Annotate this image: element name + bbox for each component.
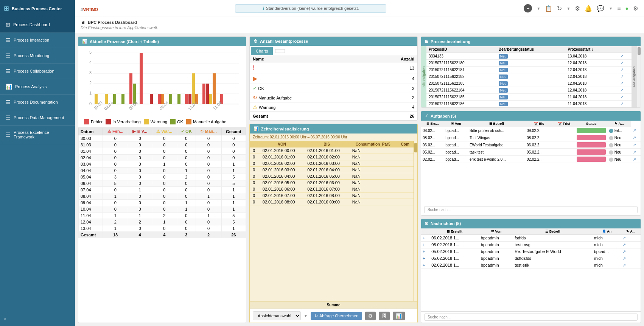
table-cell: 0 (250, 167, 260, 173)
table-cell: 1 (177, 168, 196, 174)
database-ctrl-button[interactable]: 🗄 (379, 312, 390, 320)
table-cell: 02.01.2016 03:00 (304, 160, 349, 167)
tasks-search-input[interactable] (424, 206, 638, 213)
td-action[interactable]: ↗ (618, 87, 632, 94)
td-action[interactable]: ↗ (621, 248, 641, 255)
total-scroll[interactable]: Name Anzahl ! 13 ▶ 4 (250, 55, 417, 120)
tasks-scroll[interactable]: ⊞ Ers... ✉ Von ☰ Betreff 📅 Bis 📅 Frist S… (421, 121, 641, 204)
charts-tab[interactable]: Charts (251, 47, 273, 55)
td-status: Neu (496, 87, 566, 94)
td-action[interactable]: ↗ (631, 127, 641, 134)
sidebar-item-process-collaboration[interactable]: ☰ Process Collaboration (0, 64, 75, 79)
td-action[interactable]: ↗ (618, 94, 632, 101)
messages-search-input[interactable] (424, 314, 638, 321)
td-action[interactable]: ↗ (618, 53, 632, 60)
sidebar-item-process-interaction[interactable]: ☰ Process Interaction (0, 33, 75, 48)
td-action[interactable]: ↗ (631, 149, 641, 156)
sidebar-item-process-excelence[interactable]: ☰ Process Excelence Framework (0, 126, 75, 144)
total-row: Gesamt 26 (250, 112, 417, 120)
refresh-button[interactable]: ↻ (557, 5, 562, 12)
chart-ctrl-button[interactable]: 📊 (393, 312, 405, 320)
table-row: 08.02...bpcad...Bitte prüfen ob sch...09… (421, 127, 641, 134)
table-cell: 1 (177, 200, 196, 206)
chat-button[interactable]: 💬 (597, 5, 604, 12)
table-row: 002.01.2016 08:0002.01.2016 09:00NaN (250, 199, 414, 205)
td-warning-count: 4 (366, 102, 417, 112)
table-row: +02.02.2018 1...bpcadmintest erikmich↗ (421, 262, 641, 269)
document-button[interactable]: 📋 (545, 5, 552, 12)
table-cell: 1 (152, 219, 177, 225)
table-cell: 0 (103, 200, 128, 206)
sidebar-collapse-btn[interactable]: « (0, 310, 75, 326)
legend-manuell-label: Manuelle Aufgabe (193, 120, 226, 124)
sidebar-item-process-dashboard[interactable]: ⊞ Process Dashboard (0, 17, 75, 33)
table-cell: 0 (196, 180, 221, 187)
table-row: 06.04500005 (79, 180, 246, 187)
panel-title: Nachrichten (5) (431, 221, 461, 226)
grid-icon: ⊞ (425, 39, 428, 44)
td-action[interactable]: ↗ (618, 80, 632, 87)
settings-ctrl-button[interactable]: ⚙ (365, 312, 376, 320)
td-status: Neu (496, 60, 566, 67)
sidebar-item-label: Process Collaboration (14, 69, 54, 73)
sidebar-item-process-monitoring[interactable]: ☰ Process Monitoring (0, 48, 75, 64)
chart-table-scroll[interactable]: Datum ⚠ Feh... ▶ In V... ⚠ War... ✓ OK ↻… (78, 127, 246, 323)
td-plus: + (421, 262, 430, 269)
table-cell: 0 (177, 213, 196, 219)
messages-scroll[interactable]: ⊞ Erstellt ✉ Von ☰ Betreff 👤 An ✎ A... +… (421, 228, 641, 312)
table-cell: 0 (103, 148, 128, 155)
zeit-table-scroll[interactable]: VON BIS Consumption_Par5 Com 002.01.2016… (250, 141, 414, 301)
td-action[interactable]: ↗ (621, 255, 641, 262)
alle-aufgaben-label2[interactable]: Alle Aufgaben (632, 46, 637, 107)
td-action[interactable]: ↗ (618, 67, 632, 73)
bell-button[interactable]: 🔔 (585, 5, 592, 12)
sidebar-item-process-analysis[interactable]: 📊 Process Analysis (0, 79, 75, 95)
table-row: 20150721115622186Neu11.04.2018↗ (426, 101, 632, 107)
table-cell: 0 (250, 160, 260, 167)
svg-rect-25 (188, 94, 191, 104)
td-action[interactable]: ↗ (621, 262, 641, 269)
add-button[interactable]: + (524, 4, 532, 12)
proc-scrollbar[interactable] (637, 46, 641, 107)
th-anzahl: Anzahl (366, 55, 417, 63)
table-cell: 08.02.2... (525, 134, 553, 141)
table-cell: 0 (128, 174, 152, 180)
zeit-scrollbar[interactable] (414, 141, 417, 301)
td-proc-icon: ▶ (250, 73, 366, 84)
td-warning-icon: ⚠ Warnung (250, 102, 366, 112)
td-action[interactable]: ↗ (618, 101, 632, 107)
sidebar-item-process-documentation[interactable]: ☰ Process Documentation (0, 95, 75, 110)
td-action[interactable]: ↗ (621, 234, 641, 241)
settings-button[interactable]: ⚙ (633, 5, 638, 12)
proc-table-scroll[interactable]: ProzessID Bearbeitungsstatus Prozessstar… (426, 46, 632, 107)
td-total-fehler: 13 (103, 232, 128, 238)
td-action[interactable]: ↗ (621, 241, 641, 248)
table-row: 04.04000101 (79, 168, 246, 174)
gear-button[interactable]: ⚙ (575, 5, 580, 12)
table-cell: 2 (152, 213, 177, 219)
table-row: ✓ OK 3 (250, 84, 417, 93)
in-verarbeitung-color (106, 119, 111, 124)
td-total-ok: 3 (177, 232, 196, 238)
second-tab[interactable] (275, 49, 285, 53)
td-action[interactable]: ↗ (631, 156, 641, 163)
data-icon: ☰ (6, 115, 11, 121)
table-cell: NaN (349, 147, 397, 154)
td-action[interactable]: ↗ (631, 134, 641, 141)
table-cell: 0 (152, 135, 177, 142)
sidebar-item-process-data-management[interactable]: ☰ Process Data Management (0, 110, 75, 126)
table-cell: NaN (349, 167, 397, 173)
table-cell: bpcad... (444, 156, 468, 163)
table-cell: 0 (250, 186, 260, 192)
td-action[interactable]: ↗ (631, 141, 641, 149)
td-action[interactable]: ↗ (618, 73, 632, 80)
alle-aufgaben-label1[interactable]: Alle Aufgaben (421, 46, 426, 107)
td-start: 12.04.2018 (565, 60, 618, 67)
table-cell: 0 (177, 135, 196, 142)
menu-button[interactable]: ≡ (617, 5, 621, 12)
table-row: 10.04000101 (79, 206, 246, 213)
fetch-button[interactable]: ↻ Abfrage übernehmen (311, 312, 362, 320)
td-action[interactable]: ↗ (618, 60, 632, 67)
table-cell: 0 (221, 135, 246, 142)
view-select[interactable]: Ansichtenauswahl (253, 311, 301, 320)
